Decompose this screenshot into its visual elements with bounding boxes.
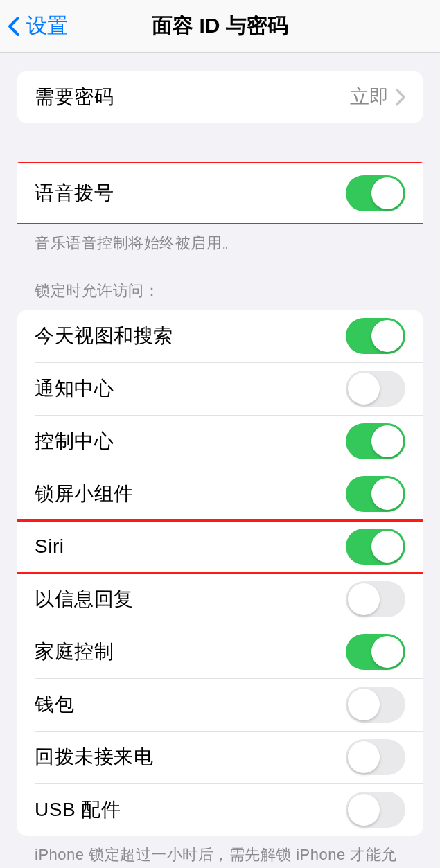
lock-access-row: 今天视图和搜索 (17, 310, 423, 362)
require-passcode-value: 立即 (350, 84, 389, 110)
lock-access-toggle[interactable] (346, 634, 405, 670)
chevron-right-icon (396, 89, 405, 105)
voice-dial-toggle[interactable] (346, 175, 405, 211)
lock-access-row: 以信息回复 (17, 573, 423, 626)
lock-access-toggle[interactable] (346, 687, 405, 723)
lock-access-row: 控制中心 (17, 415, 423, 468)
lock-access-toggle[interactable] (346, 476, 405, 512)
voice-dial-row: 语音拨号 (17, 162, 423, 224)
require-passcode-label: 需要密码 (35, 84, 114, 110)
lock-access-toggle[interactable] (346, 529, 405, 565)
lock-access-toggle[interactable] (346, 792, 405, 828)
lock-access-row: 钱包 (17, 678, 423, 731)
require-passcode-row[interactable]: 需要密码 立即 (17, 71, 423, 123)
lock-access-row: 回拨未接来电 (17, 731, 423, 783)
require-passcode-group: 需要密码 立即 (17, 71, 423, 123)
lock-access-label: 回拨未接来电 (35, 744, 153, 770)
lock-access-footer: iPhone 锁定超过一小时后，需先解锁 iPhone 才能允许 USB 配件连… (17, 836, 423, 868)
lock-access-row: 通知中心 (17, 362, 423, 415)
back-button[interactable]: 设置 (7, 12, 68, 40)
lock-access-label: 控制中心 (35, 428, 114, 454)
lock-access-label: 通知中心 (35, 375, 114, 402)
lock-access-row: USB 配件 (17, 783, 423, 836)
navigation-bar: 设置 面容 ID 与密码 (0, 0, 440, 53)
lock-access-toggle[interactable] (346, 371, 405, 407)
voice-dial-label: 语音拨号 (35, 180, 114, 206)
back-label: 设置 (26, 12, 68, 40)
lock-access-row: 家庭控制 (17, 626, 423, 678)
lock-access-toggle[interactable] (346, 318, 405, 354)
lock-access-label: 钱包 (35, 691, 74, 718)
lock-access-header: 锁定时允许访问： (17, 281, 423, 310)
page-title: 面容 ID 与密码 (152, 12, 288, 40)
lock-access-toggle[interactable] (346, 581, 405, 617)
chevron-left-icon (7, 15, 21, 38)
lock-access-row: Siri (17, 520, 423, 573)
lock-access-label: Siri (35, 535, 64, 558)
voice-dial-footer: 音乐语音控制将始终被启用。 (17, 224, 423, 254)
lock-access-label: 以信息回复 (35, 586, 134, 612)
lock-access-row: 锁屏小组件 (17, 468, 423, 520)
lock-access-label: 锁屏小组件 (35, 481, 134, 507)
lock-access-group: 今天视图和搜索通知中心控制中心锁屏小组件Siri以信息回复家庭控制钱包回拨未接来… (17, 310, 423, 836)
lock-access-label: 今天视图和搜索 (35, 323, 173, 349)
voice-dial-group: 语音拨号 (17, 162, 423, 224)
lock-access-toggle[interactable] (346, 423, 405, 459)
lock-access-toggle[interactable] (346, 739, 405, 775)
lock-access-label: 家庭控制 (35, 639, 114, 665)
lock-access-label: USB 配件 (35, 797, 121, 823)
